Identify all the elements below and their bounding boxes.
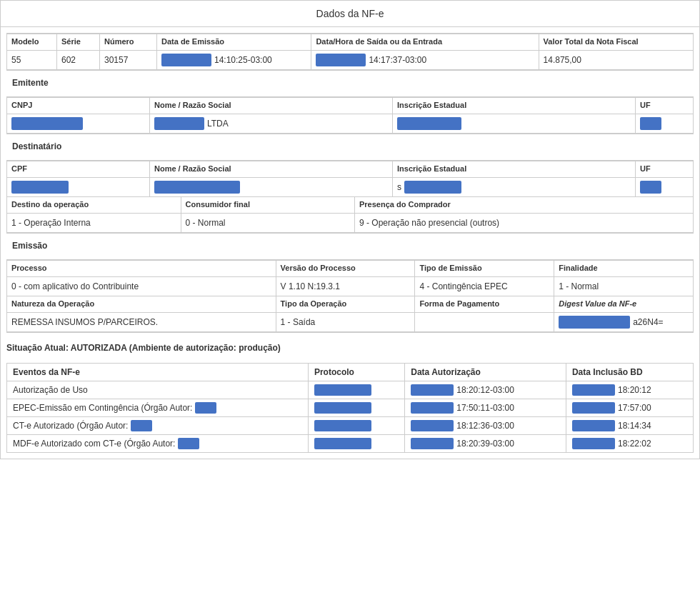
- col-data-bd: Data Inclusão BD: [566, 364, 693, 381]
- dest-uf-label-cell: UF: [636, 161, 693, 177]
- emission-time-text: 14:10:25-03:00: [214, 55, 272, 65]
- payment-label: Forma de Pagamento: [419, 299, 549, 308]
- buyer-label: Presença do Comprador: [359, 200, 689, 209]
- data-auth-blue-block: [411, 384, 454, 396]
- op-type-label-cell: Tipo da Operação: [276, 296, 416, 312]
- emitente-uf-input: [640, 117, 689, 130]
- payment-value-cell: [415, 313, 554, 331]
- dest-ie-blue-block: [404, 181, 461, 194]
- emission-type-label-cell: Tipo de Emissão: [415, 261, 554, 276]
- finalidade-value-cell: 1 - Normal: [554, 277, 693, 296]
- model-value-cell: 55: [7, 51, 57, 69]
- dest-op-value: 1 - Operação Interna: [11, 216, 176, 229]
- emission-type-label: Tipo de Emissão: [419, 264, 549, 272]
- dest-cpf-label-cell: CPF: [7, 161, 150, 177]
- protocolo-blue-block: [314, 402, 371, 414]
- consumer-value-cell: 0 - Normal: [181, 214, 356, 232]
- emission-date-blue-block: [161, 54, 211, 66]
- emitente-label-container: Emitente: [1, 76, 699, 91]
- events-header-row: Eventos da NF-e Protocolo Data Autorizaç…: [7, 364, 693, 381]
- op-type-value-cell: 1 - Saída: [276, 313, 416, 331]
- orgao-blue-block: [131, 420, 152, 431]
- dest-uf-input: [640, 181, 689, 194]
- process-label: Processo: [11, 264, 271, 272]
- event-name-cell: CT-e Autorizado (Órgão Autor:: [7, 417, 308, 435]
- dest-name-value-cell: [150, 178, 393, 196]
- emitente-uf-label-cell: UF: [636, 98, 693, 114]
- data-auth-blue-block: [411, 420, 454, 431]
- dest-name-label-cell: Nome / Razão Social: [150, 161, 393, 177]
- series-value-cell: 602: [57, 51, 100, 69]
- dest-name-label: Nome / Razão Social: [154, 164, 388, 173]
- emitente-ie-label: Inscrição Estadual: [397, 101, 631, 109]
- op-type-label: Tipo da Operação: [281, 299, 411, 308]
- op-type-value: 1 - Saída: [281, 316, 411, 329]
- exit-date-label: Data/Hora de Saída ou da Entrada: [316, 37, 534, 46]
- event-name-text: EPEC-Emissão em Contingência (Órgão Auto…: [13, 403, 192, 413]
- series-label: Série: [61, 37, 95, 46]
- consumer-label-cell: Consumidor final: [181, 197, 356, 213]
- total-value-cell: Valor Total da Nota Fiscal: [539, 34, 693, 50]
- exit-time-text: 14:17:37-03:00: [369, 55, 426, 65]
- data-bd-blue-block: [572, 438, 615, 449]
- dest-bottom-values-row: 1 - Operação Interna 0 - Normal 9 - Oper…: [7, 213, 693, 233]
- number-cell: Número: [100, 34, 157, 50]
- payment-label-cell: Forma de Pagamento: [415, 296, 554, 312]
- data-bd-text: 18:22:02: [618, 439, 651, 449]
- destinatario-section: CPF Nome / Razão Social Inscrição Estadu…: [6, 160, 694, 234]
- dest-uf-blue-block: [640, 181, 661, 194]
- dest-ie-prefix: s: [397, 182, 401, 192]
- process-label-cell: Processo: [7, 261, 276, 276]
- dest-cpf-value-cell: [7, 178, 150, 196]
- data-bd-blue-block: [572, 402, 615, 414]
- payment-value: [419, 316, 549, 319]
- nature-label: Natureza da Operação: [11, 299, 271, 308]
- protocolo-blue-block: [314, 438, 371, 449]
- exit-date-cell: Data/Hora de Saída ou da Entrada: [311, 34, 539, 50]
- consumer-value: 0 - Normal: [186, 216, 351, 229]
- emitente-uf-value-cell: [636, 114, 693, 133]
- event-protocolo-cell: [308, 435, 404, 453]
- digest-label: Digest Value da NF-e: [559, 299, 689, 308]
- event-row: CT-e Autorizado (Órgão Autor:18:12:36-03…: [7, 417, 693, 435]
- emitente-cnpj-label: CNPJ: [11, 101, 145, 109]
- event-row: EPEC-Emissão em Contingência (Órgão Auto…: [7, 399, 693, 417]
- orgao-blue-block: [178, 438, 199, 449]
- event-name-cell: EPEC-Emissão em Contingência (Órgão Auto…: [7, 399, 308, 417]
- dest-ie-label-cell: Inscrição Estadual: [393, 161, 636, 177]
- event-protocolo-cell: [308, 381, 404, 399]
- emitente-uf-blue-block: [640, 117, 661, 130]
- digest-label-cell: Digest Value da NF-e: [554, 296, 693, 312]
- dest-ie-input: s: [397, 181, 631, 194]
- emitente-ie-value-cell: [393, 114, 636, 133]
- destinatario-label-container: Destinatário: [1, 140, 699, 154]
- emissao-label: Emissão: [6, 238, 53, 254]
- data-auth-text: 18:20:12-03:00: [456, 385, 514, 395]
- model-label: Modelo: [11, 37, 52, 46]
- dest-op-label: Destino da operação: [11, 200, 176, 209]
- exit-date-blue-block: [316, 54, 366, 66]
- nature-label-cell: Natureza da Operação: [7, 296, 276, 312]
- dest-uf-label: UF: [640, 164, 689, 173]
- series-cell: Série: [57, 34, 100, 50]
- emission-type-value: 4 - Contingência EPEC: [419, 280, 549, 293]
- col-evento: Eventos da NF-e: [7, 364, 308, 381]
- total-value-value-cell: 14.875,00: [539, 51, 693, 69]
- emitente-cnpj-label-cell: CNPJ: [7, 98, 150, 114]
- dest-bottom-labels-row: Destino da operação Consumidor final Pre…: [7, 196, 693, 213]
- events-section: Eventos da NF-e Protocolo Data Autorizaç…: [6, 363, 694, 453]
- data-bd-blue-block: [572, 420, 615, 431]
- emitente-labels-row: CNPJ Nome / Razão Social Inscrição Estad…: [7, 97, 693, 114]
- event-data-bd-cell: 17:57:00: [566, 399, 693, 417]
- event-data-bd-cell: 18:22:02: [566, 435, 693, 453]
- number-value: 30157: [104, 54, 152, 66]
- nfe-header-labels-row: Modelo Série Número Data de Emissão Data…: [7, 34, 693, 50]
- data-auth-blue-block: [411, 438, 454, 449]
- event-data-auth-cell: 18:20:12-03:00: [405, 381, 566, 399]
- emission-date-input: 14:10:25-03:00: [161, 54, 306, 66]
- model-value: 55: [11, 54, 52, 66]
- event-row: MDF-e Autorizado com CT-e (Órgão Autor:1…: [7, 435, 693, 453]
- dest-op-label-cell: Destino da operação: [7, 197, 181, 213]
- data-bd-text: 18:14:34: [618, 421, 651, 431]
- emitente-name-input: LTDA: [154, 117, 388, 130]
